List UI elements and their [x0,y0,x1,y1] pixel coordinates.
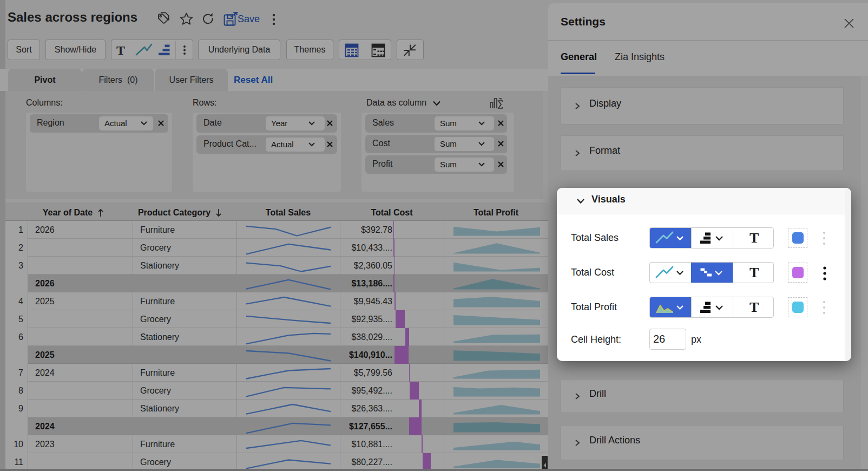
svg-text:T: T [749,299,759,315]
svg-text:T: T [749,230,759,246]
svg-text:T: T [749,265,759,280]
